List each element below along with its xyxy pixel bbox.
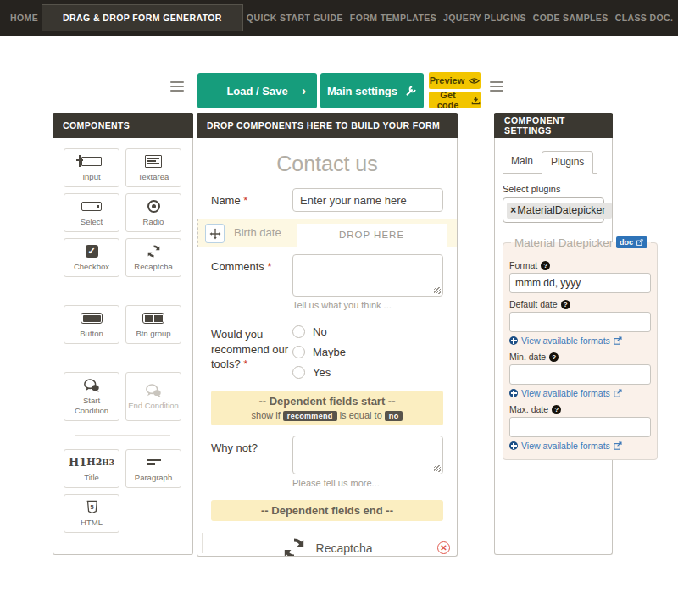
component-html[interactable]: 5 HTML [64, 494, 119, 533]
radio-circle-icon[interactable] [292, 325, 305, 338]
drag-handle[interactable] [205, 224, 225, 243]
start-condition-icon [83, 378, 100, 393]
comments-textarea[interactable] [292, 254, 443, 297]
min-date-input[interactable] [509, 364, 651, 385]
view-formats-link[interactable]: View available formats [509, 441, 651, 451]
nav-item-home[interactable]: HOME [7, 8, 42, 28]
default-date-label: Default date? [509, 299, 651, 309]
nav-item-form-templates[interactable]: FORM TEMPLATES [347, 8, 440, 28]
doc-badge[interactable]: doc [616, 236, 647, 248]
checkbox-icon: ✓ [86, 244, 98, 259]
default-date-input[interactable] [509, 312, 651, 332]
svg-text:5: 5 [90, 503, 93, 511]
min-date-label: Min. date? [509, 352, 651, 362]
radio-option-no[interactable]: No [292, 325, 367, 338]
format-label: Format? [509, 260, 651, 270]
textarea-icon [145, 154, 162, 169]
component-textarea[interactable]: Textarea [125, 148, 181, 187]
nav-item-class-doc[interactable]: CLASS DOC. [612, 8, 677, 28]
component-recaptcha[interactable]: Recaptcha [125, 238, 181, 277]
form-builder-panel: DROP COMPONENTS HERE TO BUILD YOUR FORM … [197, 113, 458, 557]
move-icon [209, 228, 221, 240]
main-settings-button[interactable]: Main settings [320, 73, 424, 108]
component-input[interactable]: Input [64, 148, 119, 187]
preview-button[interactable]: Preview [429, 72, 481, 89]
arrows-icon [509, 389, 518, 397]
form-row-comments: Comments * Tell us what you think ... [197, 254, 457, 310]
component-select[interactable]: Select [64, 193, 119, 232]
why-not-textarea[interactable] [292, 436, 443, 474]
hamburger-menu-icon[interactable] [170, 81, 184, 92]
drop-zone: DROP HERE Optional [297, 224, 447, 247]
eye-icon [469, 77, 480, 85]
btn-group-icon [142, 311, 164, 326]
plugins-select-input[interactable]: × MaterialDatepicker [503, 197, 604, 223]
comments-help: Tell us what you think ... [292, 300, 443, 310]
external-link-icon [614, 441, 622, 450]
component-radio[interactable]: Radio [125, 193, 181, 232]
plugin-chip-label: MaterialDatepicker [517, 204, 605, 216]
nav-item-code-samples[interactable]: CODE SAMPLES [530, 8, 612, 28]
title-icon: H1H2H3 [69, 455, 114, 470]
component-btn-group[interactable]: Btn group [125, 305, 181, 344]
radio-option-yes[interactable]: Yes [292, 366, 443, 379]
dependent-end-title: -- Dependent fields end -- [214, 504, 440, 517]
divider [75, 291, 170, 291]
input-icon [81, 154, 102, 169]
radio-option-maybe[interactable]: Maybe [292, 346, 377, 358]
help-question-icon[interactable]: ? [549, 352, 559, 362]
wrench-icon [405, 85, 417, 97]
tab-plugins[interactable]: Plugins [542, 151, 593, 174]
nav-item-form-generator[interactable]: DRAG & DROP FORM GENERATOR [42, 4, 243, 31]
max-date-input[interactable] [509, 417, 651, 437]
delete-icon[interactable]: ✕ [437, 541, 450, 554]
hamburger-menu-icon[interactable] [490, 81, 503, 92]
button-icon [81, 311, 103, 326]
component-end-condition[interactable]: End Condition [125, 372, 181, 421]
help-question-icon[interactable]: ? [541, 261, 550, 270]
view-formats-link[interactable]: View available formats [509, 336, 651, 346]
tab-main[interactable]: Main [503, 151, 542, 174]
end-condition-icon [145, 383, 162, 398]
download-icon [471, 96, 481, 105]
external-link-icon [614, 389, 622, 397]
form-row-recommend: Would you recommend our tools? * No Mayb… [197, 322, 457, 379]
format-input[interactable] [509, 273, 651, 293]
help-question-icon[interactable]: ? [561, 300, 570, 309]
form-row-drop-target[interactable]: Birth date DROP HERE Optional [197, 219, 457, 247]
load-save-button[interactable]: Load / Save › [197, 73, 317, 108]
arrows-icon [509, 441, 518, 450]
radio-icon [147, 199, 160, 214]
main-settings-label: Main settings [327, 85, 397, 97]
component-start-condition[interactable]: Start Condition [64, 372, 119, 421]
radio-circle-icon[interactable] [292, 346, 305, 358]
divider [75, 358, 170, 358]
component-checkbox[interactable]: ✓ Checkbox [64, 238, 119, 277]
help-question-icon[interactable]: ? [552, 405, 561, 414]
component-title[interactable]: H1H2H3 Title [64, 449, 119, 488]
why-not-help: Please tell us more... [292, 478, 443, 488]
nav-item-quick-start[interactable]: QUICK START GUIDE [243, 8, 347, 28]
app-root: HOME DRAG & DROP FORM GENERATOR QUICK ST… [0, 0, 678, 616]
resize-grip-icon[interactable] [434, 287, 441, 294]
component-paragraph[interactable]: Paragraph [125, 449, 181, 488]
resize-grip-icon[interactable] [434, 465, 441, 472]
components-panel-title: COMPONENTS [53, 113, 193, 138]
name-label: Name * [211, 188, 292, 212]
view-formats-link[interactable]: View available formats [509, 388, 651, 398]
settings-tabs: Main Plugins [503, 150, 597, 174]
nav-item-jquery-plugins[interactable]: JQUERY PLUGINS [440, 8, 530, 28]
arrows-icon [509, 336, 518, 345]
dependent-fields-start-banner: -- Dependent fields start -- show if rec… [211, 391, 443, 425]
get-code-button[interactable]: Get code [429, 92, 481, 108]
plugin-chip: × MaterialDatepicker [507, 203, 612, 219]
name-input[interactable] [292, 188, 443, 212]
select-plugins-label: Select plugins [503, 184, 604, 194]
recaptcha-icon [147, 244, 161, 259]
remove-chip-icon[interactable]: × [510, 204, 516, 216]
component-button[interactable]: Button [64, 305, 119, 344]
condition-value-badge: no [385, 411, 403, 421]
condition-field-badge: recommend [283, 411, 337, 421]
drop-row-label: Birth date [234, 224, 295, 239]
radio-circle-icon[interactable] [292, 366, 305, 379]
